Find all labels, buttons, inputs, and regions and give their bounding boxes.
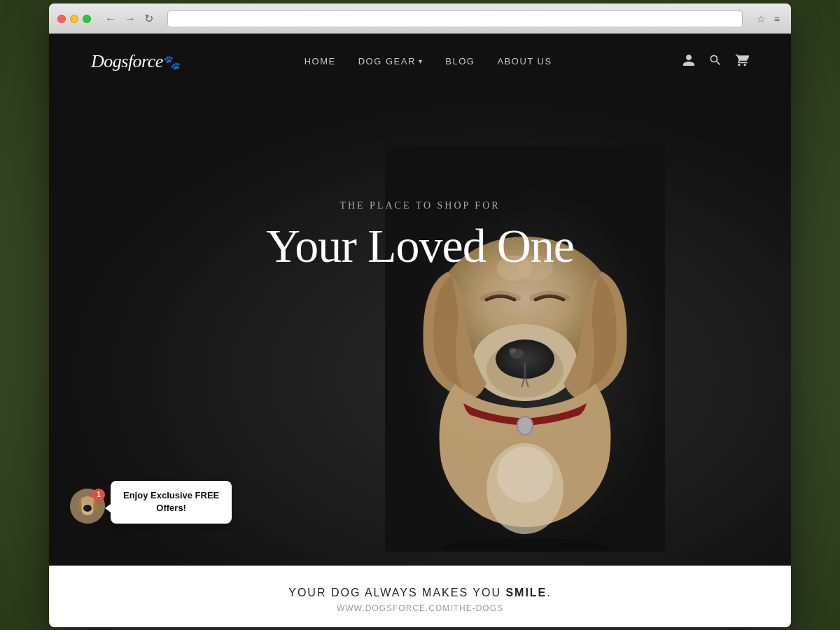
hero-text: THE PLACE TO SHOP FOR Your Loved One bbox=[266, 200, 574, 272]
account-button[interactable] bbox=[682, 53, 696, 69]
chat-bubble-text: Enjoy Exclusive FREE Offers! bbox=[123, 489, 219, 514]
bottom-tagline: YOUR DOG ALWAYS MAKES YOU SMILE. bbox=[91, 587, 749, 599]
close-dot[interactable] bbox=[57, 15, 66, 23]
maximize-dot[interactable] bbox=[83, 15, 91, 23]
chat-bubble[interactable]: Enjoy Exclusive FREE Offers! bbox=[111, 481, 232, 523]
cart-icon bbox=[735, 53, 749, 67]
chat-widget[interactable]: 1 Enjoy Exclusive FREE Offers! bbox=[70, 481, 232, 523]
bookmark-button[interactable]: ☆ bbox=[754, 12, 769, 26]
nav-icons bbox=[682, 53, 749, 69]
paw-icon: 🐾 bbox=[163, 55, 181, 70]
svg-point-10 bbox=[518, 417, 532, 434]
browser-window: ← → ↻ ☆ ≡ Dogsforce🐾 HOME DOG GEAR ▾ B bbox=[49, 4, 791, 627]
notification-badge: 1 bbox=[92, 489, 105, 501]
site-wrapper: Dogsforce🐾 HOME DOG GEAR ▾ BLOG ABOUT US bbox=[49, 34, 791, 627]
search-icon bbox=[708, 53, 722, 67]
nav-home[interactable]: HOME bbox=[304, 56, 336, 66]
chevron-down-icon: ▾ bbox=[419, 57, 424, 65]
address-bar-wrapper bbox=[167, 10, 743, 27]
address-bar[interactable] bbox=[167, 10, 743, 27]
search-button[interactable] bbox=[708, 53, 722, 69]
svg-point-6 bbox=[509, 348, 516, 354]
nav-dog-gear[interactable]: DOG GEAR ▾ bbox=[358, 56, 424, 66]
browser-titlebar: ← → ↻ ☆ ≡ bbox=[49, 4, 791, 34]
chat-avatar-wrapper: 1 bbox=[70, 489, 105, 524]
logo[interactable]: Dogsforce🐾 bbox=[91, 51, 180, 72]
hero-title: Your Loved One bbox=[266, 220, 574, 272]
svg-point-12 bbox=[497, 447, 553, 503]
svg-point-17 bbox=[83, 505, 92, 512]
minimize-dot[interactable] bbox=[70, 15, 78, 23]
browser-actions: ☆ ≡ bbox=[754, 12, 783, 26]
main-nav: HOME DOG GEAR ▾ BLOG ABOUT US bbox=[304, 56, 552, 66]
bottom-section: YOUR DOG ALWAYS MAKES YOU SMILE. WWW.DOG… bbox=[49, 566, 791, 627]
chat-line2: Offers! bbox=[156, 503, 186, 513]
menu-button[interactable]: ≡ bbox=[771, 12, 783, 26]
logo-text: Dogsforce bbox=[91, 51, 163, 71]
bottom-sub-text: WWW.DOGSFORCE.COM/THE-DOGS bbox=[91, 603, 749, 613]
account-icon bbox=[682, 53, 696, 67]
forward-button[interactable]: → bbox=[122, 12, 139, 26]
reload-button[interactable]: ↻ bbox=[141, 12, 156, 26]
tagline-bold: SMILE bbox=[505, 587, 547, 598]
nav-blog[interactable]: BLOG bbox=[445, 56, 475, 66]
back-button[interactable]: ← bbox=[102, 12, 119, 26]
nav-dog-gear-label: DOG GEAR bbox=[358, 56, 416, 66]
hero-subtitle: THE PLACE TO SHOP FOR bbox=[266, 200, 574, 211]
window-controls bbox=[57, 15, 91, 23]
cart-button[interactable] bbox=[735, 53, 749, 69]
hero-section: THE PLACE TO SHOP FOR Your Loved One bbox=[49, 90, 791, 566]
chat-line1: Enjoy Exclusive FREE bbox=[123, 490, 219, 500]
tagline-suffix: . bbox=[547, 587, 551, 598]
browser-navigation: ← → ↻ bbox=[102, 12, 156, 26]
tagline-prefix: YOUR DOG ALWAYS MAKES YOU bbox=[288, 587, 505, 598]
site-header: Dogsforce🐾 HOME DOG GEAR ▾ BLOG ABOUT US bbox=[49, 34, 791, 90]
nav-about-us[interactable]: ABOUT US bbox=[497, 56, 552, 66]
